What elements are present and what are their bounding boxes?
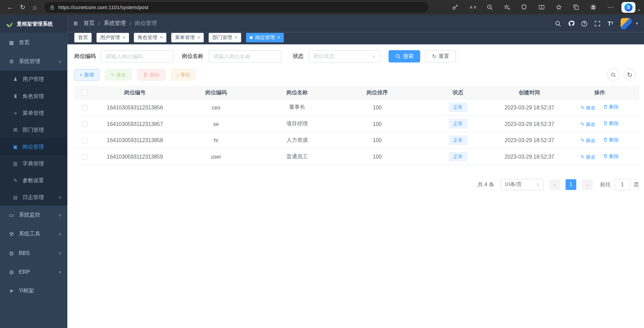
more-menu-icon[interactable]: ⋯ <box>604 1 617 13</box>
profile-avatar-icon[interactable] <box>587 1 600 13</box>
tab-users[interactable]: 用户管理 × <box>97 33 129 42</box>
read-aloud-icon[interactable]: A <box>466 1 479 13</box>
sidebar-item-home[interactable]: ▦ 首页 <box>0 33 67 52</box>
url-bar[interactable]: https://ccnetcore.com:1101/system/post <box>44 2 429 12</box>
sidebar-item-parameters[interactable]: ✎ 参数设置 <box>0 172 67 189</box>
status-select[interactable]: 岗位状态 ∨ <box>308 50 380 63</box>
split-screen-icon[interactable] <box>535 1 548 13</box>
sidebar-item-logs[interactable]: ▤ 日志管理 ∨ <box>0 189 67 205</box>
page-size-select[interactable]: 10条/页 ∨ <box>501 178 543 190</box>
post-table: 岗位编号 岗位编码 岗位名称 岗位排序 状态 创建时间 操作 16410305 <box>74 86 639 165</box>
sidebar-item-monitor[interactable]: ▭ 系统监控 ∨ <box>0 205 67 224</box>
user-icon: ♟ <box>12 76 19 82</box>
app-title: 意框架管理系统 <box>17 20 53 27</box>
password-key-icon[interactable] <box>449 1 462 13</box>
close-icon[interactable]: × <box>123 35 126 40</box>
page-unit-label: 页 <box>634 181 639 188</box>
chevron-down-icon: ∨ <box>372 54 375 59</box>
tab-departments[interactable]: 部门管理 × <box>209 33 241 42</box>
cell-post-name: 普通员工 <box>257 149 337 165</box>
text-size-icon[interactable]: TT <box>606 19 615 28</box>
reset-button[interactable]: ↻ 重置 <box>426 50 456 63</box>
breadcrumb-home[interactable]: 首页 <box>83 20 95 27</box>
page-size-value: 10条/页 <box>504 181 522 188</box>
close-icon[interactable]: × <box>160 35 163 40</box>
log-icon: ▤ <box>12 194 19 200</box>
post-name-input[interactable] <box>208 50 281 63</box>
row-checkbox[interactable] <box>82 105 88 110</box>
help-icon[interactable] <box>580 19 589 28</box>
search-icon <box>610 72 616 78</box>
avatar[interactable] <box>621 18 632 29</box>
collections-icon[interactable] <box>570 1 582 13</box>
export-button[interactable]: ↓ 导出 <box>171 69 196 80</box>
row-checkbox[interactable] <box>82 121 88 127</box>
sidebar-item-menus[interactable]: ≡ 菜单管理 <box>0 104 67 121</box>
favorites-icon[interactable] <box>553 1 565 13</box>
row-delete-button[interactable]: 删除 <box>603 103 619 110</box>
delete-button[interactable]: 删除 <box>137 69 165 80</box>
refresh-table-button[interactable]: ↻ <box>623 69 636 81</box>
globe-icon: ◍ <box>8 250 15 256</box>
sidebar-item-label: 用户管理 <box>23 75 44 83</box>
favorites-add-icon[interactable] <box>501 1 513 13</box>
row-delete-button[interactable]: 删除 <box>603 136 619 143</box>
goto-page-input[interactable] <box>614 178 631 190</box>
prev-page-button[interactable]: ‹ <box>549 179 560 190</box>
avatar-caret-icon[interactable]: ▾ <box>636 21 638 25</box>
edit-button[interactable]: ✎ 修改 <box>105 69 131 80</box>
current-page-button[interactable]: 1 <box>566 179 576 190</box>
sidebar-item-users[interactable]: ♟ 用户管理 <box>0 71 67 88</box>
github-icon[interactable] <box>567 19 576 28</box>
add-button[interactable]: + 新增 <box>74 69 99 80</box>
show-search-button[interactable] <box>607 69 619 81</box>
row-delete-button[interactable]: 删除 <box>603 120 619 127</box>
collapse-sidebar-icon[interactable]: ≡ <box>73 19 78 28</box>
tab-label: 角色管理 <box>138 34 158 41</box>
tab-posts[interactable]: 岗位管理 × <box>246 33 284 42</box>
row-checkbox[interactable] <box>82 154 88 160</box>
row-edit-button[interactable]: ✎修改 <box>580 104 596 111</box>
row-checkbox[interactable] <box>82 138 88 143</box>
row-edit-button[interactable]: ✎修改 <box>580 121 596 128</box>
tab-roles[interactable]: 角色管理 × <box>134 33 166 42</box>
sidebar-item-yi-framework[interactable]: ➤ Yi框架 <box>0 281 67 300</box>
close-icon[interactable]: × <box>197 35 200 40</box>
chevron-down-icon: ∨ <box>59 251 62 255</box>
edit-icon: ✎ <box>580 121 584 127</box>
sidebar-item-tools[interactable]: ⚒ 系统工具 ∨ <box>0 224 67 243</box>
post-code-input[interactable] <box>101 50 174 63</box>
fullscreen-icon[interactable] <box>593 19 602 28</box>
table-row: 1641030593112313858 hr 人力资源 100 正常 2023-… <box>74 132 639 149</box>
sidebar-item-system[interactable]: ⚙ 系统管理 ∧ <box>0 52 67 71</box>
tab-home[interactable]: 首页 <box>74 33 92 42</box>
back-icon[interactable]: ← <box>4 1 16 13</box>
row-delete-button[interactable]: 删除 <box>603 153 619 160</box>
breadcrumb: 首页 / 系统管理 / 岗位管理 <box>83 20 157 27</box>
copilot-caret-icon[interactable]: ▾ <box>638 8 640 13</box>
sidebar-item-posts[interactable]: ▣ 岗位管理 <box>0 138 67 155</box>
search-icon[interactable] <box>553 19 563 28</box>
sidebar-item-dictionary[interactable]: ▥ 字典管理 <box>0 155 67 172</box>
extensions-icon[interactable] <box>518 1 531 13</box>
select-all-checkbox[interactable] <box>82 90 88 96</box>
home-icon[interactable]: ⌂ <box>29 1 41 13</box>
breadcrumb-system[interactable]: 系统管理 <box>104 20 126 27</box>
row-edit-button[interactable]: ✎修改 <box>580 137 596 144</box>
sidebar-item-departments[interactable]: ⌘ 部门管理 <box>0 121 67 138</box>
row-edit-button[interactable]: ✎修改 <box>580 154 596 161</box>
reload-icon[interactable]: ↻ <box>16 1 29 13</box>
zoom-icon[interactable] <box>484 1 496 13</box>
sidebar-item-bbs[interactable]: ◍ BBS ∨ <box>0 243 67 262</box>
close-icon[interactable]: × <box>277 35 280 40</box>
copilot-button[interactable]: b <box>622 2 636 12</box>
search-button[interactable]: 搜索 <box>388 50 420 63</box>
sidebar-item-erp[interactable]: ◍ ERP ∨ <box>0 262 67 281</box>
post-management-page: 岗位编码 岗位名称 状态 岗位状态 ∨ 搜索 ↻ 重置 <box>67 44 644 328</box>
tab-menus[interactable]: 菜单管理 × <box>171 33 204 42</box>
send-icon: ➤ <box>8 288 15 294</box>
sidebar-item-roles[interactable]: ♜ 角色管理 <box>0 88 67 104</box>
next-page-button[interactable]: › <box>582 179 593 190</box>
close-icon[interactable]: × <box>235 35 238 40</box>
sidebar-item-label: 部门管理 <box>23 126 44 133</box>
